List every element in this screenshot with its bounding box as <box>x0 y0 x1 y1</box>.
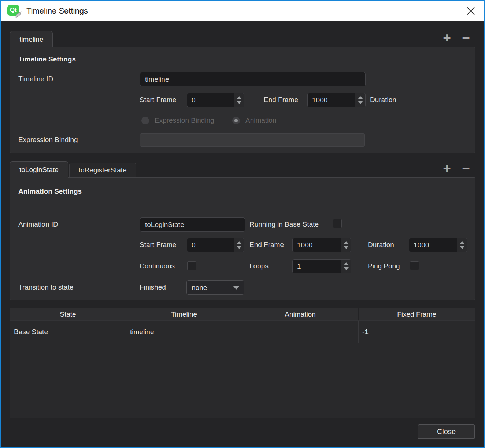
window-title: Timeline Settings <box>26 6 88 16</box>
window-close-button[interactable] <box>465 5 476 16</box>
continuous-label: Continuous <box>140 259 175 273</box>
leaf-icon <box>15 11 22 18</box>
end-frame-label: End Frame <box>249 238 284 252</box>
finished-dropdown[interactable]: none <box>186 280 244 295</box>
expression-binding-radio-label: Expression Binding <box>155 113 214 127</box>
remove-timeline-button[interactable]: − <box>460 33 472 44</box>
qt-design-studio-icon: Qt <box>7 5 21 17</box>
start-frame-spinbox[interactable]: 0 <box>187 238 244 252</box>
spin-down-icon[interactable] <box>460 246 465 249</box>
tab-toregisterstate[interactable]: toRegisterState <box>69 163 136 177</box>
end-frame-label: End Frame <box>264 93 298 107</box>
table-empty-area <box>10 343 475 418</box>
cell-animation[interactable] <box>242 321 359 343</box>
start-frame-label: Start Frame <box>140 93 176 107</box>
loops-label: Loops <box>249 259 269 273</box>
continuous-checkbox[interactable] <box>187 261 196 270</box>
state-table-header: State Timeline Animation Fixed Frame <box>10 308 475 320</box>
timeline-id-label: Timeline ID <box>18 72 53 86</box>
expression-binding-label: Expression Binding <box>18 133 78 147</box>
spin-up-icon[interactable] <box>358 96 363 99</box>
end-frame-spinbox[interactable]: 1000 <box>292 238 351 252</box>
tab-tologinstate[interactable]: toLoginState <box>10 161 68 178</box>
spin-down-icon[interactable] <box>358 101 363 104</box>
column-header-fixed-frame[interactable]: Fixed Frame <box>359 308 475 320</box>
spin-down-icon[interactable] <box>237 246 242 249</box>
loops-spinbox[interactable]: 1 <box>292 259 351 273</box>
animation-id-label: Animation ID <box>18 217 58 231</box>
timeline-settings-panel: Timeline Settings Timeline ID timeline S… <box>10 47 475 153</box>
remove-animation-button[interactable]: − <box>460 163 472 174</box>
minus-icon: − <box>462 30 470 45</box>
transition-to-state-label: Transition to state <box>18 280 73 294</box>
timeline-settings-heading: Timeline Settings <box>18 55 76 63</box>
spin-down-icon[interactable] <box>344 246 349 249</box>
column-header-state[interactable]: State <box>10 308 126 320</box>
spin-up-icon[interactable] <box>237 241 242 244</box>
spin-up-icon[interactable] <box>237 96 242 99</box>
start-frame-label: Start Frame <box>140 238 176 252</box>
end-frame-spinbox[interactable]: 1000 <box>307 93 366 107</box>
start-frame-spinbox[interactable]: 0 <box>187 93 244 107</box>
timeline-id-input[interactable]: timeline <box>140 72 366 86</box>
animation-tabbar: toLoginState toRegisterState + − <box>10 161 475 177</box>
column-header-animation[interactable]: Animation <box>242 308 359 320</box>
spin-up-icon[interactable] <box>344 262 349 265</box>
ping-pong-label: Ping Pong <box>368 259 400 273</box>
spin-up-icon[interactable] <box>460 241 465 244</box>
expression-binding-input <box>140 133 365 147</box>
chevron-down-icon <box>233 286 240 290</box>
table-row[interactable]: Base State timeline -1 <box>10 320 475 343</box>
cell-fixed-frame[interactable]: -1 <box>359 321 475 343</box>
animation-radio-label: Animation <box>245 113 277 127</box>
plus-icon: + <box>443 30 451 45</box>
cell-state[interactable]: Base State <box>10 321 126 343</box>
state-table: State Timeline Animation Fixed Frame Bas… <box>10 308 475 418</box>
titlebar: Qt Timeline Settings <box>1 1 484 21</box>
running-in-base-state-checkbox[interactable] <box>333 219 342 228</box>
timeline-settings-dialog: Qt Timeline Settings timeline + <box>0 0 485 448</box>
duration-spinbox[interactable]: 1000 <box>409 238 467 252</box>
close-button[interactable]: Close <box>418 424 475 439</box>
cell-timeline[interactable]: timeline <box>126 321 242 343</box>
animation-settings-panel: Animation Settings Animation ID toLoginS… <box>10 177 475 300</box>
spin-down-icon[interactable] <box>237 101 242 104</box>
timeline-tabbar: timeline + − <box>10 31 475 47</box>
running-in-base-state-label: Running in Base State <box>249 217 319 231</box>
ping-pong-checkbox[interactable] <box>410 261 419 270</box>
expression-binding-radio <box>141 117 149 124</box>
animation-settings-heading: Animation Settings <box>18 187 82 195</box>
animation-radio <box>232 117 240 124</box>
add-animation-button[interactable]: + <box>441 163 453 174</box>
plus-icon: + <box>443 161 451 176</box>
spin-down-icon[interactable] <box>344 267 349 270</box>
duration-label: Duration <box>368 238 394 252</box>
column-header-timeline[interactable]: Timeline <box>126 308 242 320</box>
add-timeline-button[interactable]: + <box>441 33 453 44</box>
minus-icon: − <box>462 161 470 176</box>
close-icon <box>466 6 475 16</box>
spin-up-icon[interactable] <box>344 241 349 244</box>
duration-label: Duration <box>370 93 396 107</box>
animation-id-input[interactable]: toLoginState <box>140 217 245 232</box>
finished-label: Finished <box>140 280 166 294</box>
tab-timeline[interactable]: timeline <box>10 31 53 47</box>
